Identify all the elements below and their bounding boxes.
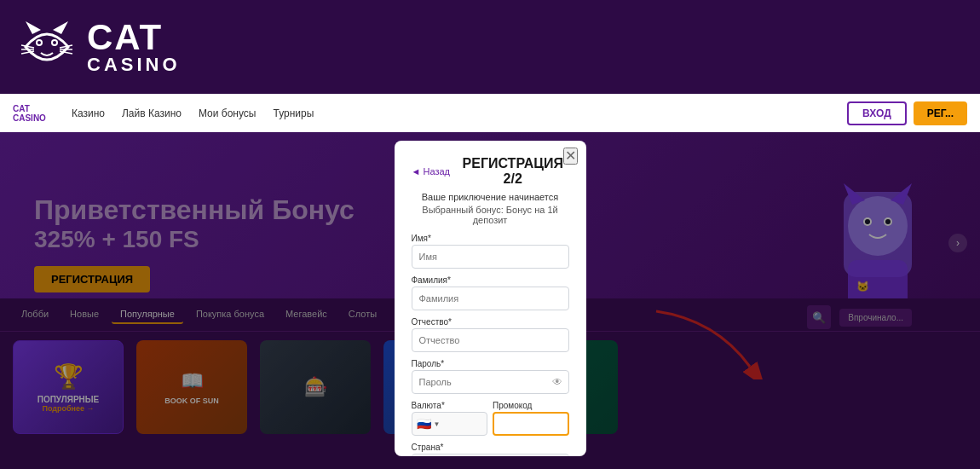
surname-group: Фамилия* <box>412 275 569 310</box>
password-wrapper: 👁 <box>412 370 569 394</box>
logo-cat: CAT <box>87 20 181 55</box>
back-button[interactable]: ◄ Назад <box>412 166 450 177</box>
modal-subtitle: Ваше приключение начинается <box>412 192 569 202</box>
phone-promo-row: Валюта* 🇷🇺 ▼ Промокод <box>412 401 569 436</box>
flag-emoji: 🇷🇺 <box>417 417 431 431</box>
password-eye-icon[interactable]: 👁 <box>552 376 562 388</box>
modal-title: РЕГИСТРАЦИЯ 2/2 <box>457 156 569 187</box>
surname-input[interactable] <box>412 287 569 310</box>
surname-label: Фамилия* <box>412 275 569 285</box>
cat-logo-icon <box>17 17 77 77</box>
modal-close-button[interactable]: ✕ <box>563 148 578 165</box>
country-group: Страна* Россия <box>412 443 569 456</box>
register-nav-button[interactable]: РЕГ... <box>914 101 967 125</box>
patronymic-label: Отчество* <box>412 317 569 327</box>
password-input[interactable] <box>412 370 569 394</box>
logo-area: CAT CASINO <box>17 17 181 77</box>
password-group: Пароль* 👁 <box>412 359 569 394</box>
modal-bonus-text: Выбранный бонус: Бонус на 1й депозит <box>412 205 569 225</box>
registration-modal: ✕ ◄ Назад РЕГИСТРАЦИЯ 2/2 Ваше приключен… <box>395 141 586 456</box>
name-group: Имя* <box>412 234 569 269</box>
modal-header: ◄ Назад РЕГИСТРАЦИЯ 2/2 <box>412 156 569 187</box>
nav-link-live[interactable]: Лайв Казино <box>122 107 182 119</box>
logo-text: CAT CASINO <box>87 20 181 74</box>
chevron-down-icon: ▼ <box>434 420 441 428</box>
modal-overlay: ✕ ◄ Назад РЕГИСТРАЦИЯ 2/2 Ваше приключен… <box>0 132 980 469</box>
password-label: Пароль* <box>412 359 569 368</box>
country-label: Страна* <box>412 443 569 452</box>
phone-label: Валюта* <box>412 401 488 410</box>
login-button[interactable]: ВХОД <box>847 101 907 125</box>
name-input[interactable] <box>412 245 569 269</box>
patronymic-group: Отчество* <box>412 317 569 352</box>
svg-point-2 <box>37 41 41 44</box>
nav-links: Казино Лайв Казино Мои бонусы Турниры <box>72 107 821 119</box>
nav-link-tournaments[interactable]: Турниры <box>273 107 314 119</box>
main-content: Приветственный Бонус 325% + 150 FS РЕГИС… <box>0 132 980 469</box>
promo-label: Промокод <box>493 401 569 410</box>
nav-logo: CAT CASINO <box>13 104 46 123</box>
phone-group: Валюта* 🇷🇺 ▼ <box>412 401 488 436</box>
name-label: Имя* <box>412 234 569 243</box>
nav-actions: ВХОД РЕГ... <box>847 101 967 125</box>
logo-casino: CASINO <box>87 55 181 74</box>
nav-link-bonuses[interactable]: Мои бонусы <box>199 107 257 119</box>
nav-link-casino[interactable]: Казино <box>72 107 105 119</box>
phone-flag-selector[interactable]: 🇷🇺 ▼ <box>412 412 488 436</box>
patronymic-input[interactable] <box>412 328 569 352</box>
country-select[interactable]: Россия <box>412 454 569 456</box>
sub-nav: CAT CASINO Казино Лайв Казино Мои бонусы… <box>0 94 980 132</box>
promo-group: Промокод <box>493 401 569 436</box>
svg-point-3 <box>53 41 56 44</box>
promo-input[interactable] <box>493 412 569 436</box>
header: CAT CASINO <box>0 0 980 94</box>
